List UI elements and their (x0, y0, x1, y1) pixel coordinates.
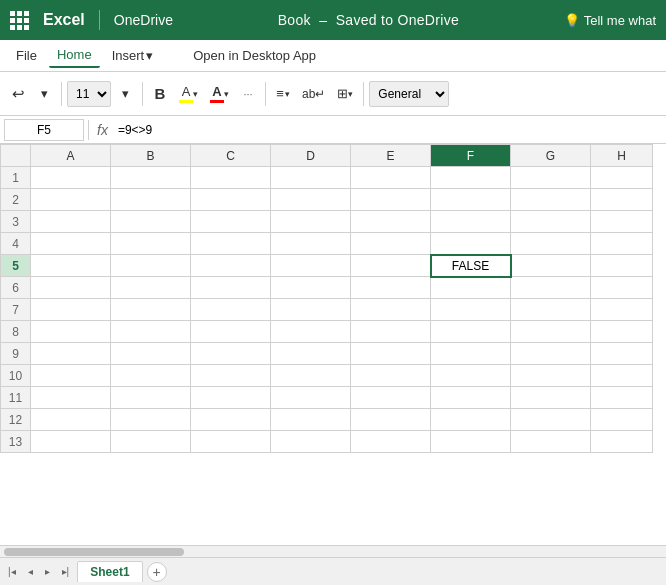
cell-C8[interactable] (191, 321, 271, 343)
col-header-E[interactable]: E (351, 145, 431, 167)
menu-file[interactable]: File (8, 44, 45, 67)
row-header-3[interactable]: 3 (1, 211, 31, 233)
cell-G6[interactable] (511, 277, 591, 299)
cell-D2[interactable] (271, 189, 351, 211)
cell-E12[interactable] (351, 409, 431, 431)
cell-F11[interactable] (431, 387, 511, 409)
cell-B9[interactable] (111, 343, 191, 365)
cell-F1[interactable] (431, 167, 511, 189)
cell-H11[interactable] (591, 387, 653, 409)
cell-C6[interactable] (191, 277, 271, 299)
cell-H7[interactable] (591, 299, 653, 321)
cell-F12[interactable] (431, 409, 511, 431)
cell-H8[interactable] (591, 321, 653, 343)
bold-button[interactable]: B (148, 80, 172, 108)
nav-first-sheet[interactable]: |◂ (4, 564, 20, 579)
cell-H3[interactable] (591, 211, 653, 233)
highlight-color-button[interactable]: A ▾ (174, 80, 203, 108)
cell-A6[interactable] (31, 277, 111, 299)
cell-D9[interactable] (271, 343, 351, 365)
cell-D6[interactable] (271, 277, 351, 299)
cell-C13[interactable] (191, 431, 271, 453)
cell-F3[interactable] (431, 211, 511, 233)
cell-H9[interactable] (591, 343, 653, 365)
cell-E6[interactable] (351, 277, 431, 299)
cell-C2[interactable] (191, 189, 271, 211)
cell-B2[interactable] (111, 189, 191, 211)
highlight-dropdown-icon[interactable]: ▾ (193, 89, 198, 99)
font-color-button[interactable]: A ▾ (205, 80, 234, 108)
cell-G2[interactable] (511, 189, 591, 211)
cell-E13[interactable] (351, 431, 431, 453)
cell-A3[interactable] (31, 211, 111, 233)
cell-A5[interactable] (31, 255, 111, 277)
row-header-1[interactable]: 1 (1, 167, 31, 189)
cell-E4[interactable] (351, 233, 431, 255)
cell-H1[interactable] (591, 167, 653, 189)
cell-B10[interactable] (111, 365, 191, 387)
cell-D1[interactable] (271, 167, 351, 189)
formula-input[interactable] (116, 121, 662, 139)
cell-F9[interactable] (431, 343, 511, 365)
cell-F5[interactable]: FALSE (431, 255, 511, 277)
cell-C12[interactable] (191, 409, 271, 431)
cell-B1[interactable] (111, 167, 191, 189)
cell-E1[interactable] (351, 167, 431, 189)
col-header-G[interactable]: G (511, 145, 591, 167)
font-size-dropdown[interactable]: ▾ (113, 80, 137, 108)
cell-B6[interactable] (111, 277, 191, 299)
row-header-4[interactable]: 4 (1, 233, 31, 255)
cell-F10[interactable] (431, 365, 511, 387)
cell-C7[interactable] (191, 299, 271, 321)
undo-button[interactable]: ↩ (6, 80, 30, 108)
menu-open-desktop[interactable]: Open in Desktop App (185, 44, 324, 67)
cell-E8[interactable] (351, 321, 431, 343)
row-header-7[interactable]: 7 (1, 299, 31, 321)
cell-B7[interactable] (111, 299, 191, 321)
wrap-text-button[interactable]: ab↵ (297, 80, 330, 108)
cell-H6[interactable] (591, 277, 653, 299)
cell-A12[interactable] (31, 409, 111, 431)
cell-G1[interactable] (511, 167, 591, 189)
cell-A9[interactable] (31, 343, 111, 365)
menu-home[interactable]: Home (49, 43, 100, 68)
merge-button[interactable]: ⊞ ▾ (332, 80, 358, 108)
app-grid-icon[interactable] (10, 11, 29, 30)
horizontal-scrollbar[interactable] (0, 545, 666, 557)
scroll-thumb[interactable] (4, 548, 184, 556)
col-header-B[interactable]: B (111, 145, 191, 167)
number-format-select[interactable]: General (369, 81, 449, 107)
align-button[interactable]: ≡ ▾ (271, 80, 295, 108)
cell-B5[interactable] (111, 255, 191, 277)
cell-E11[interactable] (351, 387, 431, 409)
cell-D8[interactable] (271, 321, 351, 343)
cell-H12[interactable] (591, 409, 653, 431)
cell-B12[interactable] (111, 409, 191, 431)
corner-cell[interactable] (1, 145, 31, 167)
menu-insert[interactable]: Insert ▾ (104, 44, 162, 67)
font-size-select[interactable]: 11 (67, 81, 111, 107)
more-button[interactable]: ··· (236, 80, 260, 108)
cell-G11[interactable] (511, 387, 591, 409)
row-header-12[interactable]: 12 (1, 409, 31, 431)
cell-D11[interactable] (271, 387, 351, 409)
cell-B3[interactable] (111, 211, 191, 233)
cell-C4[interactable] (191, 233, 271, 255)
cell-H2[interactable] (591, 189, 653, 211)
col-header-H[interactable]: H (591, 145, 653, 167)
cell-C10[interactable] (191, 365, 271, 387)
col-header-C[interactable]: C (191, 145, 271, 167)
cell-A10[interactable] (31, 365, 111, 387)
cell-C11[interactable] (191, 387, 271, 409)
cell-C5[interactable] (191, 255, 271, 277)
font-color-dropdown-icon[interactable]: ▾ (224, 89, 229, 99)
cell-B13[interactable] (111, 431, 191, 453)
cell-D10[interactable] (271, 365, 351, 387)
cell-B11[interactable] (111, 387, 191, 409)
row-header-2[interactable]: 2 (1, 189, 31, 211)
cell-F7[interactable] (431, 299, 511, 321)
cell-F4[interactable] (431, 233, 511, 255)
tell-me-search[interactable]: 💡 Tell me what (564, 13, 656, 28)
cell-G12[interactable] (511, 409, 591, 431)
cell-D13[interactable] (271, 431, 351, 453)
